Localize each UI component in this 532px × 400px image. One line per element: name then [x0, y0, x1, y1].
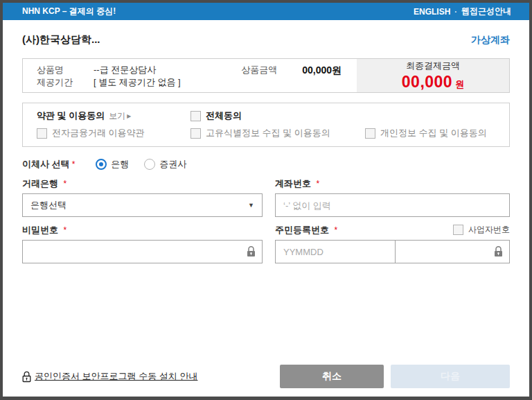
- rrn-back-input[interactable]: [395, 240, 510, 263]
- footer-buttons: 취소 다음: [280, 365, 510, 388]
- order-details: 상품명 --급 전문상담사 상품금액 00,000원 제공기간 [ 별도 제공기…: [23, 59, 355, 92]
- total-amount-line: 00,000 원: [402, 73, 464, 92]
- required-mark: *: [72, 159, 76, 169]
- form-row-password-rrn: 비밀번호 * 주민등록번호 *: [22, 217, 510, 263]
- required-mark: *: [63, 179, 66, 189]
- merchant-title: (사)한국상담학...: [22, 33, 100, 46]
- account-field-col: 계좌번호 *: [275, 171, 510, 217]
- top-bar: NHN KCP – 결제의 중심! ENGLISH · 웹접근성안내: [3, 3, 529, 20]
- terms-view-link[interactable]: 보기 ▸: [109, 110, 131, 122]
- accessibility-link[interactable]: 웹접근성안내: [461, 6, 511, 17]
- period-label: 제공기간: [37, 77, 94, 88]
- radio-bank-label: 은행: [111, 158, 129, 171]
- rrn-front-input[interactable]: [275, 240, 396, 263]
- password-field-col: 비밀번호 *: [22, 217, 263, 263]
- next-button[interactable]: 다음: [391, 365, 510, 388]
- password-input[interactable]: [22, 240, 263, 263]
- business-number-label: 사업자번호: [468, 224, 510, 236]
- term-label: 고유식별정보 수집 및 이용동의: [206, 127, 330, 139]
- radio-securities[interactable]: 증권사: [144, 158, 186, 171]
- amount-value: 00,000원: [302, 64, 342, 76]
- transfer-radio-group: 은행 증권사: [96, 158, 186, 171]
- password-label-row: 비밀번호 *: [22, 224, 263, 236]
- rrn-label: 주민등록번호: [275, 225, 329, 235]
- checkbox-icon: [453, 225, 463, 235]
- term-label: 개인정보 수집 및 이용동의: [380, 127, 487, 139]
- terms-box: 약관 및 이용동의 보기 ▸ 전체동의 전자금융거래 이용약관: [22, 103, 510, 147]
- radio-securities-label: 증권사: [159, 158, 186, 171]
- term-checkbox-privacy[interactable]: 개인정보 수집 및 이용동의: [365, 127, 495, 139]
- top-links-separator: ·: [454, 8, 457, 16]
- total-amount-panel: 최종결제금액 00,000 원: [355, 59, 509, 92]
- terms-title-cell: 약관 및 이용동의 보기 ▸: [37, 110, 190, 122]
- terms-view-label: 보기: [109, 110, 125, 122]
- rrn-label-row: 주민등록번호 * 사업자번호: [275, 224, 510, 236]
- checkbox-icon: [190, 128, 201, 139]
- agree-all-label: 전체동의: [206, 110, 242, 122]
- required-mark: *: [316, 179, 319, 189]
- cert-security-guide-text: 공인인증서 보안프로그램 수동 설치 안내: [35, 370, 197, 383]
- checkbox-icon: [190, 111, 201, 121]
- cancel-button[interactable]: 취소: [280, 365, 384, 388]
- terms-title: 약관 및 이용동의: [37, 110, 105, 122]
- term-checkbox-efinance[interactable]: 전자금융거래 이용약관: [37, 127, 190, 139]
- total-label: 최종결제금액: [406, 60, 460, 72]
- terms-items-row: 전자금융거래 이용약관 고유식별정보 수집 및 이용동의 개인정보 수집 및 이…: [37, 127, 495, 139]
- lock-outline-icon: [22, 371, 31, 383]
- order-row-product: 상품명 --급 전문상담사 상품금액 00,000원: [37, 64, 342, 76]
- required-mark: *: [334, 225, 337, 235]
- product-name-label: 상품명: [37, 64, 94, 76]
- account-number-input[interactable]: [275, 193, 510, 217]
- password-label: 비밀번호: [22, 225, 58, 235]
- password-input-wrap: [22, 240, 263, 263]
- order-summary-box: 상품명 --급 전문상담사 상품금액 00,000원 제공기간 [ 별도 제공기…: [22, 58, 510, 93]
- terms-view-arrow-icon: ▸: [127, 111, 131, 121]
- top-links: ENGLISH · 웹접근성안내: [414, 6, 511, 17]
- payment-window: NHN KCP – 결제의 중심! ENGLISH · 웹접근성안내 (사)한국…: [0, 0, 532, 400]
- radio-bank[interactable]: 은행: [96, 158, 129, 171]
- account-label-row: 계좌번호 *: [275, 177, 510, 189]
- terms-header-row: 약관 및 이용동의 보기 ▸ 전체동의: [37, 110, 495, 122]
- radio-unselected-icon: [144, 159, 155, 170]
- total-currency: 원: [455, 78, 464, 91]
- transfer-type-label: 이체사 선택: [22, 158, 70, 171]
- cert-security-guide-link[interactable]: 공인인증서 보안프로그램 수동 설치 안내: [22, 370, 197, 383]
- chevron-down-icon: ▼: [248, 202, 254, 209]
- lock-icon: [494, 246, 503, 257]
- rrn-inputs: [275, 240, 510, 263]
- rrn-back-input-wrap: [395, 240, 510, 263]
- brand-title: NHN KCP – 결제의 중심!: [22, 6, 116, 17]
- transfer-type-row: 이체사 선택 * 은행 증권사: [22, 158, 510, 171]
- rrn-field-col: 주민등록번호 * 사업자번호: [275, 217, 510, 263]
- checkbox-icon: [37, 128, 47, 139]
- bank-label-row: 거래은행 *: [22, 177, 263, 189]
- agree-all-checkbox[interactable]: 전체동의: [190, 110, 365, 122]
- radio-selected-icon: [96, 159, 107, 170]
- form-row-bank-account: 거래은행 * 은행선택 ▼ 계좌번호 *: [22, 171, 510, 217]
- required-mark: *: [63, 225, 66, 235]
- bank-label: 거래은행: [22, 178, 58, 189]
- total-amount-value: 00,000: [402, 73, 452, 92]
- business-number-checkbox[interactable]: 사업자번호: [453, 224, 510, 236]
- bank-select[interactable]: 은행선택 ▼: [22, 193, 263, 217]
- amount-label: 상품금액: [241, 64, 298, 76]
- bank-select-value: 은행선택: [30, 199, 66, 211]
- lock-icon: [247, 246, 256, 257]
- virtual-account-link[interactable]: 가상계좌: [471, 34, 510, 46]
- period-value: [ 별도 제공기간 없음 ]: [94, 77, 181, 88]
- account-label: 계좌번호: [275, 178, 311, 189]
- product-name-value: --급 전문상담사: [94, 64, 156, 76]
- order-row-period: 제공기간 [ 별도 제공기간 없음 ]: [37, 77, 342, 88]
- bank-field-col: 거래은행 * 은행선택 ▼: [22, 171, 263, 217]
- footer-bar: 공인인증서 보안프로그램 수동 설치 안내 취소 다음: [22, 365, 510, 397]
- english-link[interactable]: ENGLISH: [414, 7, 450, 17]
- content-area: (사)한국상담학... 가상계좌 상품명 --급 전문상담사 상품금액 00,0…: [3, 20, 529, 397]
- term-label: 전자금융거래 이용약관: [52, 127, 145, 139]
- title-row: (사)한국상담학... 가상계좌: [22, 33, 510, 46]
- term-checkbox-unique-id[interactable]: 고유식별정보 수집 및 이용동의: [190, 127, 365, 139]
- checkbox-icon: [365, 128, 375, 139]
